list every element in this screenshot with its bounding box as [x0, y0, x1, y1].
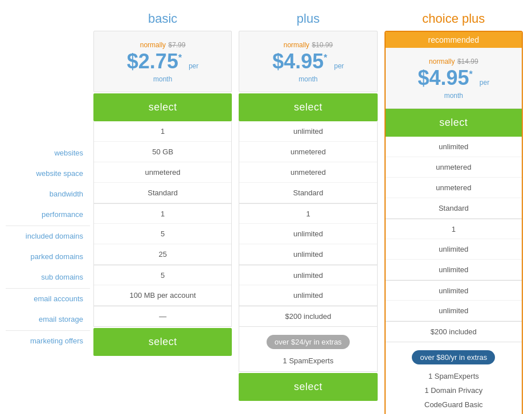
- plus-select-top[interactable]: select: [239, 93, 377, 121]
- basic-price: $2.75*: [127, 50, 187, 73]
- basic-sub-domains: 25: [94, 244, 231, 265]
- plus-parked-domains: unlimited: [239, 224, 377, 244]
- basic-plan-title: basic: [93, 11, 232, 26]
- label-sub-domains: sub domains: [6, 267, 90, 287]
- basic-select-bottom[interactable]: select: [93, 328, 232, 356]
- plus-extras: over $24/yr in extras 1 SpamExperts: [239, 327, 377, 372]
- basic-email-storage: 100 MB per account: [94, 285, 231, 306]
- choice-plus-marketing-offers: $200 included: [386, 321, 522, 342]
- basic-included-domains: 1: [94, 203, 231, 224]
- plus-websites: unlimited: [239, 121, 377, 142]
- choice-plus-bandwidth: unmetered: [386, 178, 522, 198]
- plus-plan-title: plus: [239, 11, 377, 26]
- plus-performance: Standard: [239, 183, 377, 203]
- label-performance: performance: [6, 204, 90, 224]
- choice-plus-email-accounts: unlimited: [386, 280, 522, 301]
- basic-marketing-offers: —: [94, 306, 231, 326]
- label-email-storage: email storage: [6, 309, 90, 329]
- choice-plus-performance: Standard: [386, 198, 522, 219]
- choice-plus-websites: unlimited: [386, 137, 522, 157]
- choice-plus-normally: normally $14.99: [391, 56, 516, 66]
- basic-original-price: $7.99: [169, 41, 186, 49]
- basic-select-top[interactable]: select: [93, 93, 232, 121]
- choice-plus-extras-badge: over $80/yr in extras: [412, 350, 495, 364]
- choice-plus-sub-domains: unlimited: [386, 260, 522, 280]
- basic-price-display: $2.75* permonth: [100, 50, 226, 84]
- label-parked-domains: parked domains: [6, 246, 90, 267]
- basic-website-space: 50 GB: [94, 142, 231, 162]
- choice-plus-wrapper: recommended normally $14.99 $4.95* permo…: [384, 31, 523, 414]
- choice-plus-select-top[interactable]: select: [386, 109, 522, 137]
- label-included-domains: included domains: [6, 226, 90, 246]
- label-bandwidth: bandwidth: [6, 183, 90, 204]
- labels-column: websites website space bandwidth perform…: [6, 11, 90, 351]
- basic-normally: normally $7.99: [100, 39, 226, 50]
- choice-plus-included-domains: 1: [386, 219, 522, 239]
- label-email-accounts: email accounts: [6, 288, 90, 309]
- pricing-table: websites website space bandwidth perform…: [0, 11, 532, 414]
- choice-plus-price: $4.95*: [418, 66, 478, 89]
- choice-plus-plan-title: choice plus: [384, 11, 523, 26]
- choice-plus-price-display: $4.95* permonth: [391, 66, 516, 100]
- plus-included-domains: 1: [239, 203, 377, 224]
- plus-email-accounts: unlimited: [239, 265, 377, 285]
- plus-features: unlimited unmetered unmetered Standard 1…: [239, 121, 377, 327]
- basic-websites: 1: [94, 121, 231, 142]
- plus-price-box: normally $10.99 $4.95* permonth: [239, 31, 377, 92]
- choice-plus-price-box: normally $14.99 $4.95* permonth: [386, 48, 522, 109]
- plus-plan: plus normally $10.99 $4.95* permonth sel…: [239, 11, 377, 401]
- choice-plus-plan: choice plus recommended normally $14.99 …: [384, 11, 523, 414]
- plus-select-bottom[interactable]: select: [239, 373, 377, 401]
- choice-plus-extras-badge-wrap: over $80/yr in extras: [386, 346, 522, 369]
- plus-price: $4.95*: [272, 50, 333, 73]
- plus-bandwidth: unmetered: [239, 162, 377, 183]
- choice-plus-codeguard: CodeGuard Basic: [386, 397, 522, 412]
- choice-plus-website-space: unmetered: [386, 157, 522, 178]
- basic-parked-domains: 5: [94, 224, 231, 244]
- basic-features: 1 50 GB unmetered Standard 1 5 25 5 100 …: [93, 121, 232, 327]
- plus-marketing-offers: $200 included: [239, 306, 377, 326]
- plus-sub-domains: unlimited: [239, 244, 377, 265]
- choice-plus-extras: over $80/yr in extras 1 SpamExperts 1 Do…: [386, 342, 522, 414]
- choice-plus-original-price: $14.99: [457, 58, 478, 65]
- label-websites: websites: [6, 142, 90, 163]
- basic-bandwidth: unmetered: [94, 162, 231, 183]
- plus-normally: normally $10.99: [245, 39, 371, 50]
- plus-extras-badge-wrap: over $24/yr in extras: [239, 330, 377, 354]
- plus-website-space: unmetered: [239, 142, 377, 162]
- basic-price-box: normally $7.99 $2.75* permonth: [93, 31, 232, 92]
- choice-plus-features: unlimited unmetered unmetered Standard 1…: [386, 137, 522, 342]
- plus-email-storage: unlimited: [239, 285, 377, 306]
- plus-extras-badge: over $24/yr in extras: [267, 335, 350, 349]
- choice-plus-domain-privacy: 1 Domain Privacy: [386, 383, 522, 397]
- recommended-badge: recommended: [386, 32, 522, 48]
- basic-performance: Standard: [94, 183, 231, 203]
- basic-email-accounts: 5: [94, 265, 231, 285]
- choice-plus-email-storage: unlimited: [386, 301, 522, 321]
- plus-price-display: $4.95* permonth: [245, 50, 371, 84]
- plus-original-price: $10.99: [312, 41, 333, 49]
- choice-plus-spam-experts: 1 SpamExperts: [386, 369, 522, 383]
- plus-spam-experts: 1 SpamExperts: [239, 354, 377, 368]
- label-marketing-offers: marketing offers: [6, 330, 90, 351]
- label-website-space: website space: [6, 163, 90, 183]
- basic-plan: basic normally $7.99 $2.75* permonth sel…: [93, 11, 232, 356]
- choice-plus-parked-domains: unlimited: [386, 239, 522, 260]
